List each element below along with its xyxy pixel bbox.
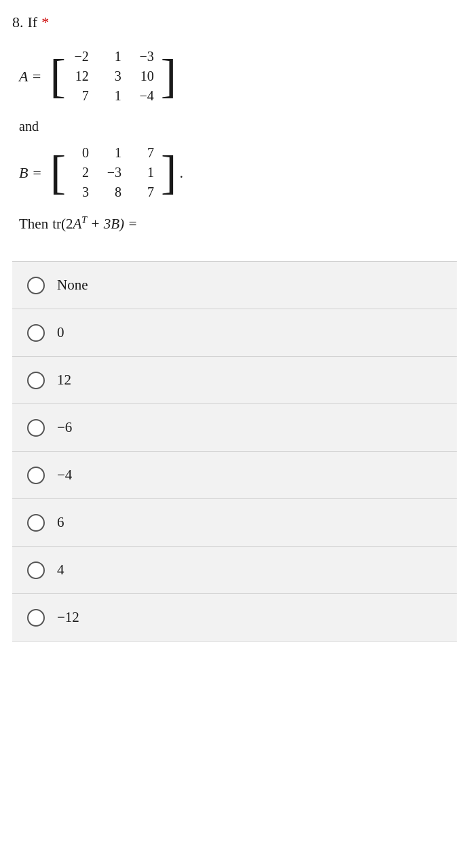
radio-0[interactable] xyxy=(27,324,45,342)
a-r3c1: 7 xyxy=(73,88,89,104)
option-4-label: 4 xyxy=(57,561,64,578)
b-r2c1: 2 xyxy=(73,165,89,180)
bracket-right-a: ] xyxy=(161,53,176,100)
a-r2c3: 10 xyxy=(138,68,154,84)
option-neg4-label: −4 xyxy=(57,467,72,484)
b-r1c3: 7 xyxy=(138,145,154,161)
option-12-label: 12 xyxy=(57,372,71,389)
transpose-superscript: T xyxy=(81,215,87,225)
option-none-label: None xyxy=(57,277,88,294)
b-r1c2: 1 xyxy=(105,145,121,161)
bracket-left-b: [ xyxy=(50,149,66,197)
radio-neg6[interactable] xyxy=(27,419,45,437)
then-expression-line: Then tr(2AT + 3B) = xyxy=(19,215,450,233)
matrix-b-block: B = [ 0 1 7 2 −3 1 3 8 7 ] . xyxy=(19,141,450,204)
matrix-b-label: B = xyxy=(19,164,42,182)
option-neg12[interactable]: −12 xyxy=(12,594,457,642)
a-r1c3: −3 xyxy=(138,49,154,64)
b-r2c2: −3 xyxy=(105,165,121,180)
question-body: A = [ −2 1 −3 12 3 10 7 1 −4 ] and xyxy=(12,45,457,246)
a-r2c2: 3 xyxy=(105,68,121,84)
radio-neg4[interactable] xyxy=(27,467,45,484)
option-neg4[interactable]: −4 xyxy=(12,452,457,499)
a-r3c3: −4 xyxy=(138,88,154,104)
bracket-left-a: [ xyxy=(50,53,65,100)
required-asterisk: * xyxy=(41,14,49,31)
a-r1c2: 1 xyxy=(105,49,121,64)
a-r2c1: 12 xyxy=(73,68,89,84)
options-list: None 0 12 −6 −4 6 4 −12 xyxy=(12,261,457,642)
a-r1c1: −2 xyxy=(73,49,89,64)
matrix-a-block: A = [ −2 1 −3 12 3 10 7 1 −4 ] xyxy=(19,45,450,108)
option-6-label: 6 xyxy=(57,514,64,531)
option-0[interactable]: 0 xyxy=(12,309,457,357)
radio-none[interactable] xyxy=(27,277,45,294)
option-none[interactable]: None xyxy=(12,262,457,309)
matrix-a-label: A = xyxy=(19,68,41,85)
b-r3c1: 3 xyxy=(73,184,89,200)
radio-12[interactable] xyxy=(27,372,45,389)
plus-3b: + 3B) xyxy=(87,216,124,232)
option-neg6[interactable]: −6 xyxy=(12,404,457,452)
radio-4[interactable] xyxy=(27,561,45,579)
matrix-b-wrapper: [ 0 1 7 2 −3 1 3 8 7 ] . xyxy=(50,141,183,204)
a-italic: A xyxy=(73,216,81,232)
b-r1c1: 0 xyxy=(73,145,89,161)
tr-text: tr(2 xyxy=(52,216,73,232)
option-0-label: 0 xyxy=(57,324,64,341)
page: 8. If * A = [ −2 1 −3 12 3 10 7 1 − xyxy=(0,0,469,655)
b-r3c2: 8 xyxy=(105,184,121,200)
option-neg12-label: −12 xyxy=(57,609,79,626)
radio-neg12[interactable] xyxy=(27,609,45,627)
radio-6[interactable] xyxy=(27,514,45,532)
period: . xyxy=(179,164,183,182)
then-text: Then xyxy=(19,216,48,233)
bracket-right-b: ] xyxy=(161,149,176,197)
question-header: 8. If * xyxy=(12,14,457,31)
matrix-a-wrapper: [ −2 1 −3 12 3 10 7 1 −4 ] xyxy=(50,45,176,108)
a-r3c2: 1 xyxy=(105,88,121,104)
and-text: and xyxy=(19,119,450,134)
matrix-b-content: 0 1 7 2 −3 1 3 8 7 xyxy=(66,141,161,204)
matrix-a-content: −2 1 −3 12 3 10 7 1 −4 xyxy=(66,45,161,108)
math-expression: tr(2AT + 3B) = xyxy=(52,215,137,233)
question-number: 8. xyxy=(12,14,24,31)
equals-sign: = xyxy=(128,216,137,232)
option-12[interactable]: 12 xyxy=(12,357,457,404)
question-if-text: If xyxy=(28,14,38,31)
b-r3c3: 7 xyxy=(138,184,154,200)
b-r2c3: 1 xyxy=(138,165,154,180)
option-neg6-label: −6 xyxy=(57,419,72,436)
option-6[interactable]: 6 xyxy=(12,499,457,547)
option-4[interactable]: 4 xyxy=(12,547,457,594)
